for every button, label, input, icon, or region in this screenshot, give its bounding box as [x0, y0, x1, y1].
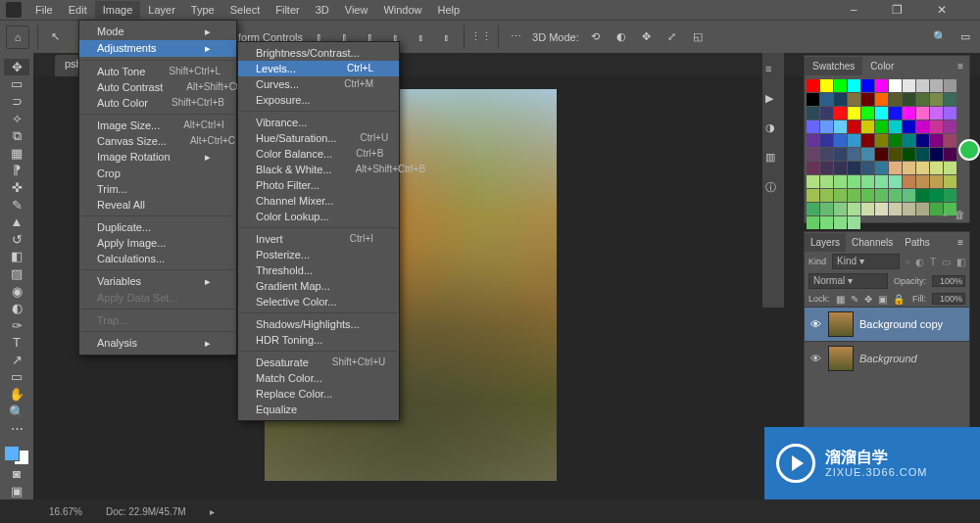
menu-item-desaturate[interactable]: DesaturateShift+Ctrl+U: [238, 355, 399, 370]
swatch[interactable]: [834, 175, 847, 188]
type-tool[interactable]: T: [4, 335, 29, 352]
pan-3d-icon[interactable]: ✥: [638, 28, 656, 46]
swatch[interactable]: [875, 79, 888, 92]
menu-item-reveal-all[interactable]: Reveal All: [79, 197, 236, 213]
swatch[interactable]: [861, 189, 874, 202]
swatch[interactable]: [861, 107, 874, 119]
move-tool-icon[interactable]: ↖: [46, 28, 64, 46]
swatch[interactable]: [889, 148, 902, 161]
menu-window[interactable]: Window: [375, 1, 429, 19]
swatch[interactable]: [807, 79, 819, 92]
swatch[interactable]: [834, 134, 847, 147]
swatch[interactable]: [820, 203, 833, 215]
path-tool[interactable]: ↗: [4, 352, 29, 368]
swatch[interactable]: [903, 107, 915, 119]
menu-item-posterize[interactable]: Posterize...: [238, 247, 399, 262]
scale-3d-icon[interactable]: ◱: [689, 28, 707, 46]
menu-item-duplicate[interactable]: Duplicate...: [79, 219, 236, 235]
swatch[interactable]: [834, 93, 847, 106]
menu-item-equalize[interactable]: Equalize: [238, 402, 399, 417]
menu-item-invert[interactable]: InvertCtrl+I: [238, 231, 399, 247]
swatch[interactable]: [916, 79, 929, 92]
home-button[interactable]: ⌂: [6, 25, 29, 49]
menu-item-variables[interactable]: Variables▸: [79, 273, 236, 290]
swatch[interactable]: [834, 148, 847, 161]
marquee-tool[interactable]: ▭: [4, 76, 29, 93]
swatch[interactable]: [875, 120, 888, 133]
swatch[interactable]: [916, 162, 929, 174]
fill-value[interactable]: 100%: [932, 293, 965, 305]
swatch[interactable]: [848, 134, 860, 147]
swatch[interactable]: [807, 134, 819, 147]
more-icon[interactable]: ⋯: [507, 28, 524, 46]
move-tool[interactable]: ✥: [4, 59, 29, 75]
swatch[interactable]: [820, 107, 833, 119]
frame-tool[interactable]: ▦: [4, 145, 29, 162]
layers-menu-icon[interactable]: ≡: [957, 237, 969, 248]
menu-item-shadows-highlights[interactable]: Shadows/Highlights...: [238, 316, 399, 332]
swatch[interactable]: [903, 148, 915, 161]
swatch[interactable]: [807, 93, 819, 106]
panel-menu-icon[interactable]: ≡: [957, 61, 969, 71]
menu-item-analysis[interactable]: Analysis▸: [79, 335, 236, 352]
shape-tool[interactable]: ▭: [4, 369, 29, 386]
paths-tab[interactable]: Paths: [899, 233, 936, 252]
menu-item-exposure[interactable]: Exposure...: [238, 92, 399, 108]
menu-image[interactable]: Image: [95, 1, 141, 19]
swatch[interactable]: [944, 79, 956, 92]
filter-type-icon[interactable]: T: [930, 257, 936, 267]
swatch[interactable]: [848, 216, 860, 229]
blur-tool[interactable]: ◉: [4, 283, 29, 300]
swatch[interactable]: [903, 175, 915, 188]
swatch[interactable]: [916, 189, 929, 202]
swatch[interactable]: [861, 203, 874, 215]
swatch[interactable]: [944, 107, 956, 119]
menu-item-vibrance[interactable]: Vibrance...: [238, 115, 399, 130]
swatch[interactable]: [820, 79, 833, 92]
swatch[interactable]: [820, 93, 833, 106]
swatch[interactable]: [944, 162, 956, 174]
swatch[interactable]: [916, 120, 929, 133]
edit-toolbar[interactable]: ⋯: [4, 420, 29, 437]
swatch[interactable]: [875, 148, 888, 161]
swatch[interactable]: [930, 134, 943, 147]
layer-item[interactable]: 👁Background copy: [805, 307, 969, 341]
swatch[interactable]: [820, 148, 833, 161]
swatch[interactable]: [875, 175, 888, 188]
zoom-level[interactable]: 16.67%: [49, 506, 82, 517]
search-icon[interactable]: 🔍: [931, 28, 949, 46]
swatch[interactable]: [820, 162, 833, 174]
swatch[interactable]: [903, 120, 915, 133]
info-panel-icon[interactable]: ⓘ: [765, 180, 781, 196]
menu-filter[interactable]: Filter: [268, 1, 307, 19]
swatch[interactable]: [848, 148, 860, 161]
menu-item-apply-image[interactable]: Apply Image...: [79, 235, 236, 251]
history-brush-tool[interactable]: ↺: [4, 231, 29, 248]
swatch[interactable]: [944, 134, 956, 147]
menu-item-threshold[interactable]: Threshold...: [238, 262, 399, 278]
window-controls[interactable]: – ❐ ✕: [833, 3, 980, 17]
menu-item-replace-color[interactable]: Replace Color...: [238, 386, 399, 402]
swatch[interactable]: [861, 175, 874, 188]
history-panel-icon[interactable]: ≡: [765, 63, 781, 78]
filter-smart-icon[interactable]: ◧: [956, 257, 965, 267]
menu-layer[interactable]: Layer: [140, 1, 183, 19]
menu-item-curves[interactable]: Curves...Ctrl+M: [238, 76, 399, 92]
menu-item-canvas-size[interactable]: Canvas Size...Alt+Ctrl+C: [79, 133, 236, 149]
swatch[interactable]: [930, 162, 943, 174]
color-tab[interactable]: Color: [862, 57, 902, 75]
swatch[interactable]: [807, 120, 819, 133]
swatch[interactable]: [930, 203, 943, 215]
swatch[interactable]: [834, 216, 847, 229]
lock-position-icon[interactable]: ✥: [864, 294, 872, 305]
menu-item-match-color[interactable]: Match Color...: [238, 370, 399, 386]
swatch[interactable]: [903, 93, 915, 106]
menu-item-calculations[interactable]: Calculations...: [79, 251, 236, 266]
swatch[interactable]: [848, 203, 860, 215]
filter-adjust-icon[interactable]: ◐: [915, 257, 924, 267]
swatch[interactable]: [903, 134, 915, 147]
menu-item-channel-mixer[interactable]: Channel Mixer...: [238, 193, 399, 209]
menu-item-levels[interactable]: Levels...Ctrl+L: [238, 61, 399, 76]
swatch[interactable]: [930, 93, 943, 106]
pen-tool[interactable]: ✑: [4, 317, 29, 334]
